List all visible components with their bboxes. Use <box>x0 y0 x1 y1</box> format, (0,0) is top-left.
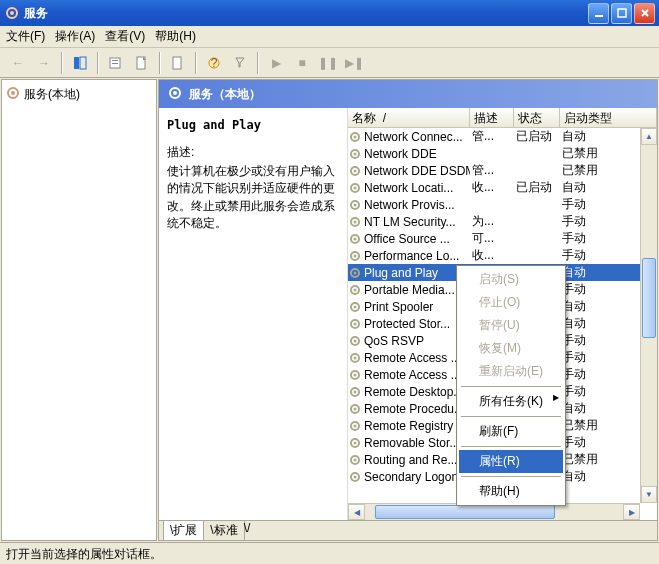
cell-desc: 管... <box>470 128 514 145</box>
toolbar: ← → ? ▶ ■ ❚❚ ▶❚ <box>0 48 659 78</box>
cell-name: Network Locati... <box>362 181 470 195</box>
gear-icon <box>348 215 362 229</box>
cell-name: Protected Stor... <box>362 317 470 331</box>
gear-icon <box>348 334 362 348</box>
ctx-help[interactable]: 帮助(H) <box>459 480 563 503</box>
forward-button: → <box>32 51 56 75</box>
col-startup[interactable]: 启动类型 <box>560 108 657 128</box>
svg-point-18 <box>173 91 177 95</box>
svg-point-20 <box>354 135 357 138</box>
gear-icon <box>348 368 362 382</box>
table-row[interactable]: Network Connec...管...已启动自动 <box>348 128 657 145</box>
table-row[interactable]: Network Provis...手动 <box>348 196 657 213</box>
scroll-down-button[interactable]: ▼ <box>641 486 657 503</box>
svg-point-32 <box>354 237 357 240</box>
gear-icon <box>348 385 362 399</box>
minimize-button[interactable] <box>588 3 609 24</box>
toolbar-button[interactable] <box>228 51 252 75</box>
cell-name: Portable Media... <box>362 283 470 297</box>
separator <box>461 476 561 477</box>
cell-name: Office Source ... <box>362 232 470 246</box>
tree-root[interactable]: 服务(本地) <box>4 84 154 105</box>
menu-help[interactable]: 帮助(H) <box>155 28 196 45</box>
svg-rect-6 <box>74 57 79 69</box>
svg-point-60 <box>354 475 357 478</box>
close-button[interactable] <box>634 3 655 24</box>
table-row[interactable]: Network DDE DSDM管...已禁用 <box>348 162 657 179</box>
cell-desc: 收... <box>470 247 514 264</box>
start-button: ▶ <box>264 51 288 75</box>
gear-icon <box>348 147 362 161</box>
svg-point-38 <box>354 288 357 291</box>
cell-name: Print Spooler <box>362 300 470 314</box>
service-description: 使计算机在极少或没有用户输入的情况下能识别并适应硬件的更改。终止或禁用此服务会造… <box>167 163 339 233</box>
separator <box>159 52 161 74</box>
vertical-scrollbar[interactable]: ▲ ▼ <box>640 128 657 503</box>
maximize-button[interactable] <box>611 3 632 24</box>
window-title: 服务 <box>24 5 588 22</box>
scroll-thumb[interactable] <box>375 505 555 519</box>
menubar: 文件(F) 操作(A) 查看(V) 帮助(H) <box>0 26 659 48</box>
cell-name: Network DDE <box>362 147 470 161</box>
gear-icon <box>348 130 362 144</box>
col-status[interactable]: 状态 <box>514 108 560 128</box>
scroll-left-button[interactable]: ◀ <box>348 504 365 520</box>
table-row[interactable]: Network Locati...收...已启动自动 <box>348 179 657 196</box>
svg-rect-7 <box>80 57 86 69</box>
desc-label: 描述: <box>167 144 339 161</box>
table-row[interactable]: Network DDE已禁用 <box>348 145 657 162</box>
scroll-thumb[interactable] <box>642 258 656 338</box>
scroll-right-button[interactable]: ▶ <box>623 504 640 520</box>
separator <box>257 52 259 74</box>
cell-status: 已启动 <box>514 128 560 145</box>
cell-name: Performance Lo... <box>362 249 470 263</box>
menu-view[interactable]: 查看(V) <box>105 28 145 45</box>
ctx-all-tasks[interactable]: 所有任务(K) <box>459 390 563 413</box>
properties-button[interactable] <box>104 51 128 75</box>
separator <box>61 52 63 74</box>
tab-standard[interactable]: 标准 <box>203 521 244 541</box>
col-desc[interactable]: 描述 <box>470 108 514 128</box>
service-list: 名称 / 描述 状态 启动类型 Network Connec...管...已启动… <box>347 108 657 520</box>
gear-icon <box>348 419 362 433</box>
context-menu: 启动(S) 停止(O) 暂停(U) 恢复(M) 重新启动(E) 所有任务(K) … <box>456 265 566 506</box>
svg-point-56 <box>354 441 357 444</box>
gear-icon <box>348 266 362 280</box>
tree-root-label: 服务(本地) <box>24 86 80 103</box>
refresh-button[interactable] <box>166 51 190 75</box>
pause-button: ❚❚ <box>316 51 340 75</box>
cell-name: Network Provis... <box>362 198 470 212</box>
export-button[interactable] <box>130 51 154 75</box>
menu-file[interactable]: 文件(F) <box>6 28 45 45</box>
services-icon <box>6 86 20 103</box>
back-button: ← <box>6 51 30 75</box>
svg-point-16 <box>11 91 15 95</box>
cell-desc: 可... <box>470 230 514 247</box>
menu-action[interactable]: 操作(A) <box>55 28 95 45</box>
svg-rect-10 <box>112 63 118 64</box>
table-row[interactable]: NT LM Security...为...手动 <box>348 213 657 230</box>
tab-extended[interactable]: 扩展 <box>163 521 204 541</box>
svg-point-22 <box>354 152 357 155</box>
svg-point-48 <box>354 373 357 376</box>
svg-rect-3 <box>618 9 626 17</box>
cell-name: Routing and Re... <box>362 453 470 467</box>
cell-name: Remote Procedu... <box>362 402 470 416</box>
col-name[interactable]: 名称 / <box>348 108 470 128</box>
gear-icon <box>348 470 362 484</box>
ctx-refresh[interactable]: 刷新(F) <box>459 420 563 443</box>
toolbar-button[interactable] <box>68 51 92 75</box>
separator <box>195 52 197 74</box>
table-row[interactable]: Performance Lo...收...手动 <box>348 247 657 264</box>
tree-pane: 服务(本地) <box>1 79 157 541</box>
gear-icon <box>348 351 362 365</box>
detail-panel: Plug and Play 描述: 使计算机在极少或没有用户输入的情况下能识别并… <box>159 108 347 520</box>
gear-icon <box>348 300 362 314</box>
scroll-up-button[interactable]: ▲ <box>641 128 657 145</box>
help-button[interactable]: ? <box>202 51 226 75</box>
table-row[interactable]: Office Source ...可...手动 <box>348 230 657 247</box>
separator <box>97 52 99 74</box>
pane-header-label: 服务（本地） <box>189 86 261 103</box>
svg-point-46 <box>354 356 357 359</box>
ctx-properties[interactable]: 属性(R) <box>459 450 563 473</box>
